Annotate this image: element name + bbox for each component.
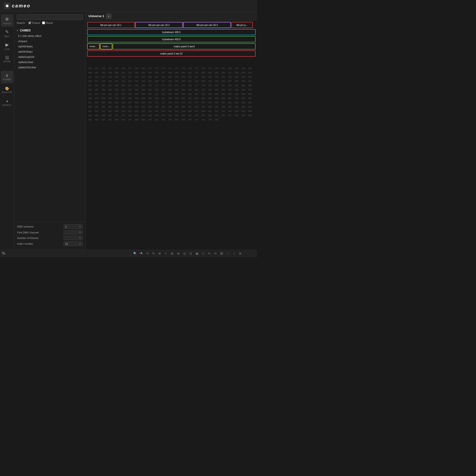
channel-num-337[interactable]: 337 [93,96,100,101]
channel-num-370[interactable]: 370 [147,101,153,105]
channel-num-408[interactable]: 408 [233,105,240,109]
channel-num-469[interactable]: 469 [140,118,147,122]
channel-num-377[interactable]: 377 [193,101,200,105]
channel-num-381[interactable]: 381 [220,101,227,105]
channel-num-436[interactable]: 436 [87,113,93,118]
channel-num-194[interactable]: 194 [140,70,147,75]
channel-num-445[interactable]: 445 [147,113,153,118]
channel-num-354[interactable]: 354 [206,96,213,101]
channel-num-338[interactable]: 338 [100,96,107,101]
channel-num-342[interactable]: 342 [127,96,133,101]
channel-num-448[interactable]: 448 [167,113,173,118]
channel-num-477[interactable]: 477 [193,118,200,122]
channel-num-458[interactable]: 458 [233,113,240,118]
tree-item-5[interactable]: clpflat1tri3wir [14,60,85,65]
channel-num-190[interactable]: 190 [113,70,120,75]
channel-num-453[interactable]: 453 [200,113,206,118]
channel-num-426[interactable]: 426 [187,109,193,113]
channel-num-454[interactable]: 454 [206,113,213,118]
channel-num-268[interactable]: 268 [133,83,140,87]
channel-num-230[interactable]: 230 [213,75,220,79]
channel-num-172[interactable]: 172 [160,66,167,70]
channel-num-295[interactable]: 295 [147,87,153,92]
tree-root-cameo[interactable]: ▼ CAMEO [14,28,85,33]
channel-num-449[interactable]: 449 [173,113,180,118]
channel-num-263[interactable]: 263 [100,83,107,87]
channel-num-321[interactable]: 321 [153,92,160,96]
channel-num-307[interactable]: 307 [227,87,233,92]
channel-num-394[interactable]: 394 [140,105,147,109]
tree-item-4[interactable]: clpflat1rgb10ir [14,54,85,60]
panel-icon[interactable]: ◫ [182,251,187,256]
channel-num-207[interactable]: 207 [227,70,233,75]
channel-num-446[interactable]: 446 [153,113,160,118]
channel-num-269[interactable]: 269 [140,83,147,87]
channel-num-466[interactable]: 466 [120,118,127,122]
channel-num-412[interactable]: 412 [93,109,100,113]
fixture-instant-2[interactable]: instan... [100,43,112,50]
channel-num-343[interactable]: 343 [133,96,140,101]
grid-icon[interactable]: ⊞ [170,251,175,256]
channel-num-223[interactable]: 223 [167,75,173,79]
channel-num-433[interactable]: 433 [233,109,240,113]
channel-num-200[interactable]: 200 [180,70,187,75]
sidebar-item-edit[interactable]: ✎ EDIT [1,27,13,39]
channel-num-388[interactable]: 388 [100,105,107,109]
align-icon[interactable]: ▦ [194,251,200,256]
sidebar-item-show[interactable]: ⬛ SHOW [1,53,13,65]
channel-num-463[interactable]: 463 [100,118,107,122]
channel-num-363[interactable]: 363 [100,101,107,105]
channel-num-292[interactable]: 292 [127,87,133,92]
channel-num-225[interactable]: 225 [180,75,187,79]
channel-num-417[interactable]: 417 [127,109,133,113]
channel-num-216[interactable]: 216 [120,75,127,79]
channel-num-371[interactable]: 371 [153,101,160,105]
channel-num-169[interactable]: 169 [140,66,147,70]
channel-num-185[interactable]: 185 [247,66,253,70]
channel-num-202[interactable]: 202 [193,70,200,75]
zoom-out-icon[interactable]: 🔍 [132,251,137,256]
channel-num-288[interactable]: 288 [100,87,107,92]
channel-num-243[interactable]: 243 [133,79,140,83]
brand-checkbox-label[interactable]: Brand [42,21,53,24]
channel-num-195[interactable]: 195 [147,70,153,75]
channel-num-415[interactable]: 415 [113,109,120,113]
channel-num-220[interactable]: 220 [147,75,153,79]
channel-num-257[interactable]: 257 [227,79,233,83]
channel-num-435[interactable]: 435 [247,109,253,113]
channel-num-334[interactable]: 334 [240,92,247,96]
channel-num-163[interactable]: 163 [100,66,107,70]
channel-num-313[interactable]: 313 [100,92,107,96]
channel-num-164[interactable]: 164 [107,66,113,70]
channel-num-401[interactable]: 401 [187,105,193,109]
sidebar-item-palette[interactable]: 🎨 PALETTE [1,84,13,96]
channel-num-290[interactable]: 290 [113,87,120,92]
channel-num-331[interactable]: 331 [220,92,227,96]
channel-num-166[interactable]: 166 [120,66,127,70]
channel-num-471[interactable]: 471 [153,118,160,122]
channel-num-442[interactable]: 442 [127,113,133,118]
channel-num-452[interactable]: 452 [193,113,200,118]
channel-num-441[interactable]: 441 [120,113,127,118]
channel-num-170[interactable]: 170 [147,66,153,70]
channel-num-462[interactable]: 462 [93,118,100,122]
channel-num-336[interactable]: 336 [87,96,93,101]
channel-num-473[interactable]: 473 [167,118,173,122]
channel-num-222[interactable]: 222 [160,75,167,79]
channel-num-440[interactable]: 440 [113,113,120,118]
channel-num-413[interactable]: 413 [100,109,107,113]
channel-num-212[interactable]: 212 [93,75,100,79]
channel-num-355[interactable]: 355 [213,96,220,101]
channel-num-226[interactable]: 226 [187,75,193,79]
fixture-checkbox[interactable] [28,21,31,24]
sidebar-item-effect[interactable]: ✦ EFFECT [1,97,13,109]
channel-num-273[interactable]: 273 [167,83,173,87]
channel-num-299[interactable]: 299 [173,87,180,92]
channel-num-253[interactable]: 253 [200,79,206,83]
channel-num-438[interactable]: 438 [100,113,107,118]
channel-num-279[interactable]: 279 [206,83,213,87]
channel-num-443[interactable]: 443 [133,113,140,118]
channel-num-261[interactable]: 261 [87,83,93,87]
channel-num-428[interactable]: 428 [200,109,206,113]
channel-num-204[interactable]: 204 [206,70,213,75]
